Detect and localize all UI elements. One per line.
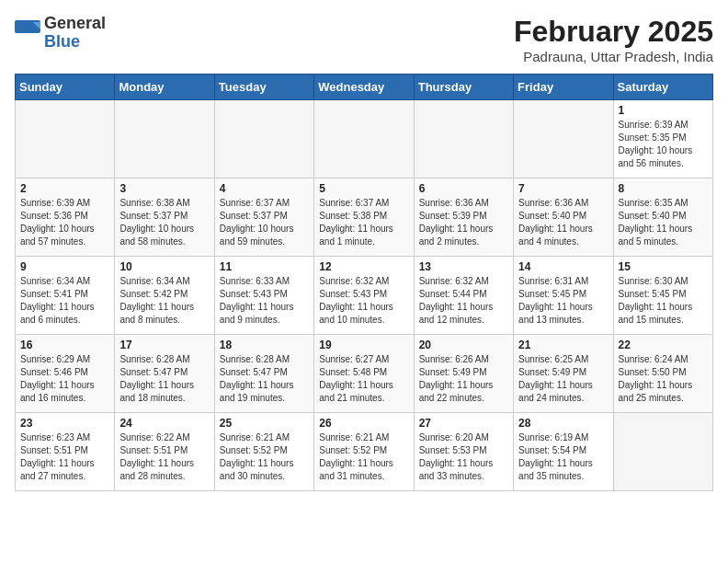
day-info: Sunrise: 6:35 AM Sunset: 5:40 PM Dayligh… (619, 197, 708, 248)
calendar-cell: 26Sunrise: 6:21 AM Sunset: 5:52 PM Dayli… (314, 413, 414, 491)
day-info: Sunrise: 6:36 AM Sunset: 5:40 PM Dayligh… (518, 197, 608, 248)
calendar-cell (514, 100, 613, 178)
calendar-cell (214, 100, 313, 178)
weekday-header-monday: Monday (115, 75, 214, 100)
calendar-cell: 25Sunrise: 6:21 AM Sunset: 5:52 PM Dayli… (214, 413, 313, 491)
day-number: 22 (619, 339, 708, 351)
calendar-cell: 13Sunrise: 6:32 AM Sunset: 5:44 PM Dayli… (414, 257, 513, 335)
calendar-cell: 7Sunrise: 6:36 AM Sunset: 5:40 PM Daylig… (514, 178, 613, 257)
day-info: Sunrise: 6:23 AM Sunset: 5:51 PM Dayligh… (20, 431, 109, 483)
day-info: Sunrise: 6:38 AM Sunset: 5:37 PM Dayligh… (119, 197, 209, 248)
calendar-cell: 1Sunrise: 6:39 AM Sunset: 5:35 PM Daylig… (613, 100, 712, 178)
calendar-cell: 10Sunrise: 6:34 AM Sunset: 5:42 PM Dayli… (115, 257, 214, 335)
day-number: 12 (319, 260, 408, 273)
day-number: 16 (20, 339, 109, 351)
calendar-cell: 12Sunrise: 6:32 AM Sunset: 5:43 PM Dayli… (314, 257, 414, 335)
day-number: 23 (20, 417, 109, 430)
logo-general-text: General (44, 15, 106, 33)
calendar-cell (16, 100, 115, 178)
weekday-header-thursday: Thursday (414, 75, 513, 100)
day-info: Sunrise: 6:21 AM Sunset: 5:52 PM Dayligh… (319, 431, 408, 483)
day-info: Sunrise: 6:19 AM Sunset: 5:54 PM Dayligh… (518, 431, 608, 483)
day-number: 26 (319, 417, 408, 430)
calendar-cell: 6Sunrise: 6:36 AM Sunset: 5:39 PM Daylig… (414, 178, 513, 257)
day-info: Sunrise: 6:39 AM Sunset: 5:36 PM Dayligh… (20, 197, 109, 248)
calendar-cell: 3Sunrise: 6:38 AM Sunset: 5:37 PM Daylig… (115, 178, 214, 257)
day-info: Sunrise: 6:32 AM Sunset: 5:44 PM Dayligh… (419, 275, 508, 327)
calendar-cell: 28Sunrise: 6:19 AM Sunset: 5:54 PM Dayli… (514, 413, 613, 491)
calendar-cell: 8Sunrise: 6:35 AM Sunset: 5:40 PM Daylig… (613, 178, 712, 257)
day-number: 6 (419, 182, 508, 195)
calendar-cell: 19Sunrise: 6:27 AM Sunset: 5:48 PM Dayli… (314, 335, 414, 413)
calendar-title: February 2025 (514, 15, 713, 49)
calendar-cell: 4Sunrise: 6:37 AM Sunset: 5:37 PM Daylig… (214, 178, 313, 257)
day-number: 13 (419, 260, 508, 273)
day-info: Sunrise: 6:39 AM Sunset: 5:35 PM Dayligh… (619, 119, 708, 170)
day-number: 10 (119, 260, 209, 273)
calendar-cell: 2Sunrise: 6:39 AM Sunset: 5:36 PM Daylig… (16, 178, 115, 257)
day-info: Sunrise: 6:28 AM Sunset: 5:47 PM Dayligh… (220, 353, 309, 405)
day-number: 25 (220, 417, 309, 430)
logo: General Blue (15, 15, 106, 52)
day-info: Sunrise: 6:36 AM Sunset: 5:39 PM Dayligh… (419, 197, 508, 248)
day-info: Sunrise: 6:25 AM Sunset: 5:49 PM Dayligh… (518, 353, 608, 405)
calendar-cell: 20Sunrise: 6:26 AM Sunset: 5:49 PM Dayli… (414, 335, 513, 413)
day-info: Sunrise: 6:24 AM Sunset: 5:50 PM Dayligh… (619, 353, 708, 405)
svg-rect-1 (15, 33, 40, 46)
day-info: Sunrise: 6:34 AM Sunset: 5:42 PM Dayligh… (119, 275, 209, 327)
day-number: 9 (20, 260, 109, 273)
day-info: Sunrise: 6:34 AM Sunset: 5:41 PM Dayligh… (20, 275, 109, 327)
day-number: 24 (119, 417, 209, 430)
calendar-cell: 23Sunrise: 6:23 AM Sunset: 5:51 PM Dayli… (16, 413, 115, 491)
calendar-cell (115, 100, 214, 178)
day-info: Sunrise: 6:22 AM Sunset: 5:51 PM Dayligh… (119, 431, 209, 483)
day-number: 17 (119, 339, 209, 351)
calendar-cell: 21Sunrise: 6:25 AM Sunset: 5:49 PM Dayli… (514, 335, 613, 413)
weekday-header-row: SundayMondayTuesdayWednesdayThursdayFrid… (16, 75, 713, 100)
day-number: 28 (518, 417, 608, 430)
day-info: Sunrise: 6:20 AM Sunset: 5:53 PM Dayligh… (419, 431, 508, 483)
day-number: 20 (419, 339, 508, 351)
day-number: 19 (319, 339, 408, 351)
calendar-cell (314, 100, 414, 178)
day-number: 14 (518, 260, 608, 273)
calendar-cell: 24Sunrise: 6:22 AM Sunset: 5:51 PM Dayli… (115, 413, 214, 491)
day-info: Sunrise: 6:31 AM Sunset: 5:45 PM Dayligh… (518, 275, 608, 327)
day-info: Sunrise: 6:37 AM Sunset: 5:38 PM Dayligh… (319, 197, 408, 248)
weekday-header-friday: Friday (514, 75, 613, 100)
weekday-header-saturday: Saturday (613, 75, 712, 100)
day-number: 18 (220, 339, 309, 351)
header: General Blue February 2025 Padrauna, Utt… (15, 15, 713, 64)
logo-icon (15, 20, 40, 46)
weekday-header-sunday: Sunday (16, 75, 115, 100)
calendar-table: SundayMondayTuesdayWednesdayThursdayFrid… (15, 74, 713, 491)
calendar-cell: 11Sunrise: 6:33 AM Sunset: 5:43 PM Dayli… (214, 257, 313, 335)
day-number: 15 (619, 260, 708, 273)
day-info: Sunrise: 6:37 AM Sunset: 5:37 PM Dayligh… (220, 197, 309, 248)
day-number: 4 (220, 182, 309, 195)
day-info: Sunrise: 6:28 AM Sunset: 5:47 PM Dayligh… (119, 353, 209, 405)
calendar-cell: 9Sunrise: 6:34 AM Sunset: 5:41 PM Daylig… (16, 257, 115, 335)
logo-blue-text: Blue (44, 33, 106, 52)
calendar-cell (414, 100, 513, 178)
day-info: Sunrise: 6:32 AM Sunset: 5:43 PM Dayligh… (319, 275, 408, 327)
calendar-cell: 17Sunrise: 6:28 AM Sunset: 5:47 PM Dayli… (115, 335, 214, 413)
week-row-3: 16Sunrise: 6:29 AM Sunset: 5:46 PM Dayli… (16, 335, 713, 413)
day-number: 1 (619, 104, 708, 117)
day-info: Sunrise: 6:27 AM Sunset: 5:48 PM Dayligh… (319, 353, 408, 405)
calendar-cell (613, 413, 712, 491)
calendar-cell: 14Sunrise: 6:31 AM Sunset: 5:45 PM Dayli… (514, 257, 613, 335)
day-number: 8 (619, 182, 708, 195)
weekday-header-tuesday: Tuesday (214, 75, 313, 100)
week-row-4: 23Sunrise: 6:23 AM Sunset: 5:51 PM Dayli… (16, 413, 713, 491)
calendar-cell: 15Sunrise: 6:30 AM Sunset: 5:45 PM Dayli… (613, 257, 712, 335)
week-row-0: 1Sunrise: 6:39 AM Sunset: 5:35 PM Daylig… (16, 100, 713, 178)
calendar-cell: 5Sunrise: 6:37 AM Sunset: 5:38 PM Daylig… (314, 178, 414, 257)
day-info: Sunrise: 6:30 AM Sunset: 5:45 PM Dayligh… (619, 275, 708, 327)
day-info: Sunrise: 6:33 AM Sunset: 5:43 PM Dayligh… (220, 275, 309, 327)
calendar-cell: 27Sunrise: 6:20 AM Sunset: 5:53 PM Dayli… (414, 413, 513, 491)
day-info: Sunrise: 6:26 AM Sunset: 5:49 PM Dayligh… (419, 353, 508, 405)
title-block: February 2025 Padrauna, Uttar Pradesh, I… (514, 15, 713, 64)
day-number: 2 (20, 182, 109, 195)
week-row-2: 9Sunrise: 6:34 AM Sunset: 5:41 PM Daylig… (16, 257, 713, 335)
